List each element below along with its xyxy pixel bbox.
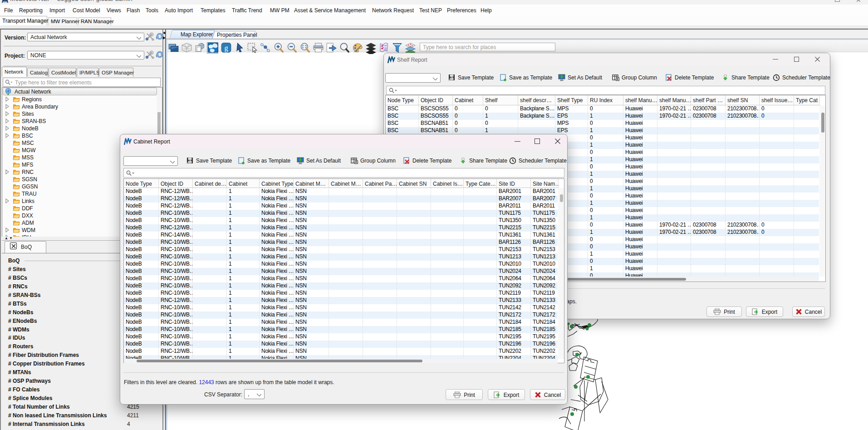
svg-text:g: g: [224, 44, 228, 52]
